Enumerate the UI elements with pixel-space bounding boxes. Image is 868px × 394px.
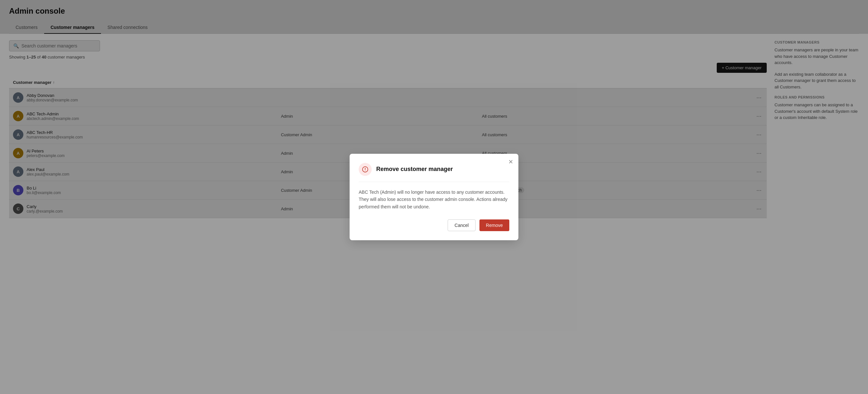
modal-close-button[interactable]: ✕: [508, 159, 513, 165]
cancel-button[interactable]: Cancel: [447, 219, 475, 231]
modal-body-text: ABC Tech (Admin) will no longer have acc…: [359, 189, 509, 210]
svg-point-2: [365, 170, 366, 171]
modal-overlay: Remove customer manager ✕ ABC Tech (Admi…: [0, 0, 868, 394]
modal-title: Remove customer manager: [376, 166, 453, 173]
error-circle-icon: [359, 163, 372, 176]
modal-body: ABC Tech (Admin) will no longer have acc…: [359, 182, 509, 210]
modal-header: Remove customer manager: [359, 163, 509, 176]
remove-button[interactable]: Remove: [479, 219, 509, 231]
remove-manager-modal: Remove customer manager ✕ ABC Tech (Admi…: [350, 154, 518, 240]
modal-footer: Cancel Remove: [359, 219, 509, 231]
